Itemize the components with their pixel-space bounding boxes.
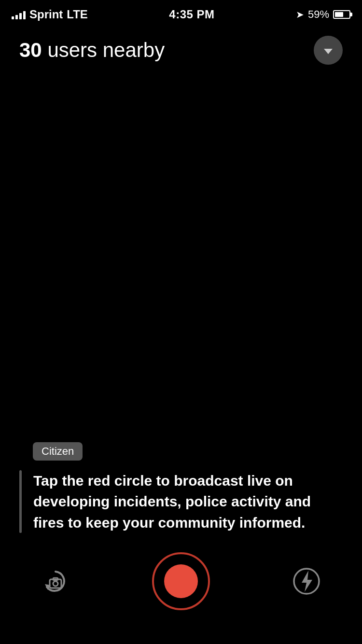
signal-icon [12,10,26,19]
users-header: 30 users nearby [0,26,362,74]
status-time: 4:35 PM [169,8,214,21]
flip-camera-icon [41,567,70,596]
flash-button[interactable] [290,564,323,598]
battery-icon [333,10,350,19]
record-dot [164,564,198,598]
citizen-badge: Citizen [19,442,343,470]
instruction-text: Tap the red circle to broadcast live on … [33,470,343,533]
carrier-info: Sprint LTE [12,8,88,21]
svg-marker-5 [302,571,312,592]
battery-percentage: 59% [308,8,329,21]
status-bar: Sprint LTE 4:35 PM ➤ 59% [0,0,362,26]
record-button[interactable] [152,552,210,610]
instruction-border [19,470,22,533]
bottom-panel: Citizen Tap the red circle to broadcast … [0,442,362,644]
location-icon: ➤ [296,9,304,20]
lightning-icon [292,567,321,596]
bottom-controls [19,552,343,610]
svg-point-2 [53,581,58,586]
flip-camera-button[interactable] [39,564,72,598]
chevron-down-button[interactable] [314,36,343,65]
instruction-block: Tap the red circle to broadcast live on … [19,470,343,533]
citizen-label: Citizen [33,442,83,461]
users-number: 30 [19,39,42,61]
users-count-label: 30 users nearby [19,39,165,62]
chevron-down-icon [324,49,333,54]
map-area [0,74,362,427]
users-text: users nearby [47,39,165,61]
carrier-name: Sprint [29,8,63,21]
network-type: LTE [67,8,88,21]
status-right-group: ➤ 59% [296,8,350,21]
